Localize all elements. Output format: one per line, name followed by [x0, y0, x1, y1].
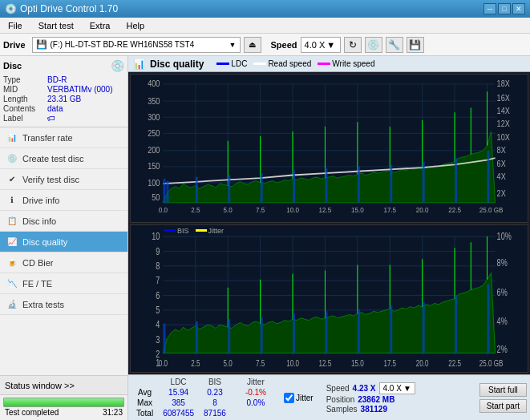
svg-text:8: 8: [156, 260, 160, 271]
legend-ldc: LDC: [216, 59, 247, 68]
nav-fe-te[interactable]: 📉 FE / TE: [0, 273, 127, 294]
svg-rect-66: [390, 164, 392, 202]
create-test-disc-label: Create test disc: [22, 154, 83, 164]
verify-test-disc-label: Verify test disc: [22, 175, 79, 184]
nav-transfer-rate[interactable]: 📊 Transfer rate: [0, 127, 127, 148]
drive-value: (F:) HL-DT-ST BD-RE WH16NS58 TST4: [51, 40, 226, 49]
transfer-rate-icon: 📊: [6, 132, 18, 143]
nav-extra-tests[interactable]: 🔬 Extra tests: [0, 294, 127, 315]
svg-text:7: 7: [156, 274, 160, 285]
titlebar: 💿 Opti Drive Control 1.70 ─ □ ✕: [0, 0, 530, 18]
menu-extra[interactable]: Extra: [85, 19, 115, 32]
nav-create-test-disc[interactable]: 💿 Create test disc: [0, 148, 127, 169]
nav-disc-info[interactable]: 📋 Disc info: [0, 211, 127, 232]
legend-write-speed: Write speed: [318, 59, 374, 68]
svg-rect-62: [261, 173, 263, 203]
samples-row: Samples 381129: [326, 405, 415, 414]
bis-avg: 0.23: [199, 387, 231, 398]
svg-rect-128: [196, 321, 198, 353]
charts-area: 400 350 300 250 200 150 100 50 18X 16X 1…: [128, 72, 530, 374]
fe-te-label: FE / TE: [22, 279, 52, 289]
status-bar: Status window >> Test completed 31:23: [0, 375, 127, 420]
disc-quality-label: Disc quality: [22, 237, 67, 247]
svg-text:12.5: 12.5: [319, 205, 332, 214]
menu-help[interactable]: Help: [121, 19, 149, 32]
svg-text:8%: 8%: [497, 256, 508, 268]
svg-text:250: 250: [148, 128, 160, 138]
refresh-button[interactable]: ↻: [344, 37, 362, 53]
close-button[interactable]: ✕: [512, 3, 525, 14]
drive-selector[interactable]: 💾 (F:) HL-DT-ST BD-RE WH16NS58 TST4 ▼: [32, 37, 241, 53]
progress-area: Test completed 31:23: [0, 395, 127, 420]
svg-rect-135: [423, 301, 425, 353]
svg-text:5: 5: [156, 304, 160, 315]
save-button[interactable]: 💾: [407, 37, 424, 53]
svg-text:6X: 6X: [497, 159, 506, 168]
jitter-checkbox[interactable]: Jitter: [284, 393, 314, 403]
jitter-check-input[interactable]: [284, 393, 294, 403]
nav-drive-info[interactable]: ℹ Drive info: [0, 190, 127, 211]
svg-text:10: 10: [152, 230, 160, 241]
write-speed-legend-label: Write speed: [332, 59, 374, 68]
main-layout: Disc 💿 Type BD-R MID VERBATIMv (000) Len…: [0, 56, 530, 420]
svg-text:10%: 10%: [497, 230, 512, 241]
disc-section-title: Disc: [3, 61, 22, 71]
eject-button[interactable]: ⏏: [244, 37, 261, 53]
chart-title: Disc quality: [150, 59, 204, 70]
svg-text:10.0: 10.0: [286, 358, 299, 369]
type-label: Type: [3, 75, 47, 84]
svg-text:100: 100: [148, 178, 160, 188]
maximize-button[interactable]: □: [498, 3, 511, 14]
speed-select-arrow: ▼: [403, 384, 411, 393]
bis-legend: BIS: [164, 227, 189, 235]
nav-verify-test-disc[interactable]: ✔ Verify test disc: [0, 169, 127, 190]
svg-text:6: 6: [156, 289, 160, 301]
svg-text:2.5: 2.5: [191, 205, 200, 214]
drive-info-icon: ℹ: [6, 195, 18, 206]
svg-rect-132: [325, 311, 327, 353]
svg-text:20.0: 20.0: [416, 358, 429, 369]
menu-file[interactable]: File: [3, 19, 27, 32]
stats-table: LDC BIS Jitter Avg 15.94 0.23 -0.1% Max …: [131, 377, 271, 418]
app-icon: 💿: [5, 3, 17, 14]
svg-rect-68: [455, 158, 457, 203]
svg-text:17.5: 17.5: [383, 358, 396, 369]
write-speed-color: [318, 63, 330, 65]
svg-rect-65: [358, 167, 360, 203]
bis-max: 8: [199, 398, 231, 408]
svg-text:2.5: 2.5: [191, 358, 200, 369]
ldc-avg: 15.94: [158, 387, 199, 398]
drive-dropdown-arrow: ▼: [229, 41, 237, 49]
svg-rect-130: [261, 317, 263, 353]
svg-text:6%: 6%: [497, 286, 508, 297]
svg-text:9: 9: [156, 245, 160, 256]
svg-text:25.0 GB: 25.0 GB: [479, 358, 504, 369]
svg-rect-127: [163, 323, 165, 353]
disc-info-icon: 📋: [6, 216, 18, 227]
speed-dropdown[interactable]: 4.0 X ▼: [379, 382, 415, 394]
svg-text:15.0: 15.0: [351, 358, 364, 369]
bis-chart-svg: 10 9 8 7 6 5 4 3 2 1 10% 8%: [131, 225, 528, 373]
cd-bier-label: CD Bier: [22, 258, 54, 268]
start-part-button[interactable]: Start part: [479, 399, 527, 413]
speed-selector[interactable]: 4.0 X ▼: [301, 37, 341, 53]
settings-icon-btn[interactable]: 🔧: [386, 37, 403, 53]
disc-length-row: Length 23.31 GB: [3, 95, 124, 103]
minimize-button[interactable]: ─: [483, 3, 496, 14]
nav-disc-quality[interactable]: 📈 Disc quality: [0, 232, 127, 252]
extra-tests-icon: 🔬: [6, 299, 18, 310]
nav-cd-bier[interactable]: 🍺 CD Bier: [0, 252, 127, 273]
chart-header-icon: 📊: [133, 59, 145, 70]
status-window-button[interactable]: Status window >>: [0, 376, 127, 395]
disc-icon-btn[interactable]: 💿: [365, 37, 382, 53]
speed-row: Speed 4.23 X 4.0 X ▼: [326, 382, 415, 394]
titlebar-title: 💿 Opti Drive Control 1.70: [5, 3, 118, 14]
bis-total: 87156: [199, 408, 231, 418]
chart-header: 📊 Disc quality LDC Read speed Write spee…: [128, 56, 530, 72]
disc-label-row: Label 🏷: [3, 114, 124, 123]
start-full-button[interactable]: Start full: [479, 383, 527, 397]
status-text: Test completed: [5, 408, 59, 417]
disc-label-label: Label: [3, 114, 47, 123]
position-label: Position: [326, 395, 355, 404]
menu-start-test[interactable]: Start test: [34, 19, 79, 32]
